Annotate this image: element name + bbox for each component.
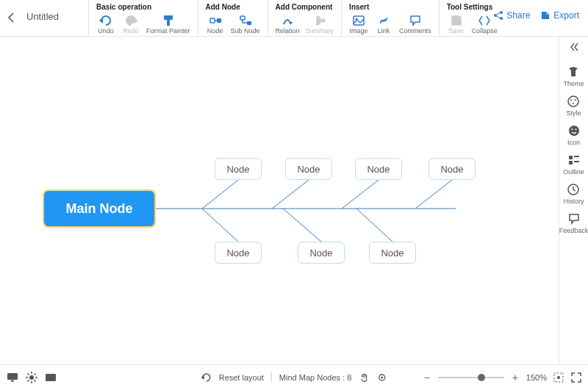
svg-point-40 (29, 375, 34, 380)
child-node[interactable]: Node (285, 158, 332, 180)
svg-point-24 (571, 129, 573, 130)
side-outline[interactable]: Outline (563, 154, 584, 176)
child-node[interactable]: Node (429, 158, 476, 180)
zoom-out-button[interactable]: − (422, 372, 432, 383)
presentation-icon (6, 371, 19, 384)
toolbar-group-title: Insert (349, 3, 431, 11)
side-feedback[interactable]: Feedback (559, 212, 588, 234)
child-node[interactable]: Node (298, 242, 345, 264)
svg-line-48 (28, 380, 29, 382)
collapse-icon (478, 14, 491, 27)
svg-point-20 (570, 99, 573, 101)
image-icon (352, 14, 365, 27)
svg-line-46 (35, 380, 36, 382)
child-node[interactable]: Node (215, 242, 262, 264)
image-button[interactable]: Image (349, 14, 368, 35)
sb-icon-3[interactable] (44, 371, 57, 384)
svg-line-35 (415, 180, 452, 209)
svg-rect-7 (240, 16, 245, 20)
outline-icon (567, 154, 581, 167)
svg-point-25 (575, 129, 576, 130)
sb-icon-2[interactable] (25, 371, 38, 384)
undo-button[interactable]: Undo (96, 14, 115, 35)
child-node[interactable]: Node (369, 242, 416, 264)
svg-line-36 (202, 209, 238, 242)
svg-rect-27 (569, 161, 573, 165)
subnode-button[interactable]: Sub Node (231, 14, 260, 35)
svg-rect-26 (569, 156, 573, 159)
status-bar: Reset layout Mind Map Nodes : 8 − + 150% (0, 364, 588, 390)
svg-line-17 (497, 13, 501, 15)
zoom-slider[interactable] (438, 377, 504, 378)
svg-point-19 (568, 96, 578, 106)
child-node[interactable]: Node (355, 158, 402, 180)
doc-title[interactable]: Untitled (26, 11, 59, 22)
svg-rect-13 (454, 16, 459, 19)
side-style[interactable]: Style (566, 95, 581, 117)
target-icon[interactable] (376, 372, 387, 383)
side-collapse-button[interactable] (568, 41, 580, 55)
emoji-icon (567, 124, 581, 137)
relation-icon (281, 14, 294, 27)
link-button[interactable]: Link (374, 14, 393, 35)
subnode-icon (239, 14, 252, 27)
topbar: Untitled Basic operation Undo Redo (0, 0, 588, 37)
node-button[interactable]: Node (206, 14, 225, 35)
reset-layout-button[interactable]: Reset layout (219, 373, 264, 382)
share-button[interactable]: Share (493, 10, 530, 21)
svg-rect-8 (247, 21, 251, 25)
undo-icon (99, 14, 112, 27)
sb-right: − + 150% (422, 372, 582, 383)
summary-button: Summary (306, 14, 334, 35)
svg-line-45 (28, 374, 29, 375)
toolbar-group-title: Tool Settings (447, 3, 498, 11)
side-theme[interactable]: Theme (563, 65, 584, 87)
main-node[interactable]: Main Node (44, 191, 154, 226)
redo-button: Redo (121, 14, 140, 35)
paintbrush-icon (162, 14, 175, 27)
fullscreen-icon[interactable] (570, 372, 582, 383)
svg-marker-0 (99, 18, 103, 24)
toolbar-group-basic: Basic operation Undo Redo Format Painter (88, 0, 198, 36)
svg-rect-39 (7, 373, 18, 380)
zoom-in-button[interactable]: + (510, 372, 520, 383)
comments-button[interactable]: Comments (399, 14, 431, 35)
svg-point-21 (575, 99, 577, 101)
svg-point-22 (573, 103, 575, 105)
chevron-left-icon (6, 12, 18, 24)
side-history[interactable]: History (563, 183, 584, 205)
hand-icon[interactable] (359, 372, 369, 383)
svg-point-52 (381, 377, 383, 379)
app-root: Untitled Basic operation Undo Redo (0, 0, 588, 390)
mindmap-canvas[interactable]: Main Node Node Node Node Node Node Node … (0, 37, 559, 364)
relation-button[interactable]: Relation (276, 14, 300, 35)
format-painter-button[interactable]: Format Painter (146, 14, 190, 35)
nodes-count-label: Mind Map Nodes : 8 (279, 373, 351, 382)
node-icon (209, 14, 222, 27)
history-icon (567, 183, 580, 196)
child-node[interactable]: Node (215, 158, 262, 180)
svg-line-38 (356, 209, 392, 242)
toolbar-group-title: Basic operation (96, 3, 190, 11)
toolbar-group-title: Add Node (206, 3, 260, 11)
svg-line-33 (272, 180, 309, 209)
svg-rect-49 (46, 374, 56, 381)
toolbar-group-addnode: Add Node Node Sub Node (198, 0, 268, 36)
side-icon[interactable]: Icon (567, 124, 581, 146)
sb-icon-1[interactable] (6, 371, 19, 384)
nodes-count-value: 8 (347, 373, 351, 382)
toolbar-group-title: Add Component (276, 3, 334, 11)
toolbar-groups: Basic operation Undo Redo Format Painter (88, 0, 505, 36)
svg-point-15 (500, 11, 503, 14)
redo-icon (124, 14, 137, 27)
sb-center: Reset layout Mind Map Nodes : 8 (201, 372, 387, 383)
svg-line-37 (283, 209, 321, 242)
svg-rect-29 (574, 161, 579, 162)
back-button[interactable] (6, 12, 18, 24)
svg-rect-3 (167, 20, 170, 26)
zoom-slider-knob[interactable] (478, 374, 485, 381)
sb-left-icons (0, 371, 57, 384)
export-button[interactable]: Export (540, 10, 579, 21)
top-right-actions: Share Export (493, 10, 579, 21)
fit-icon[interactable] (553, 372, 564, 383)
